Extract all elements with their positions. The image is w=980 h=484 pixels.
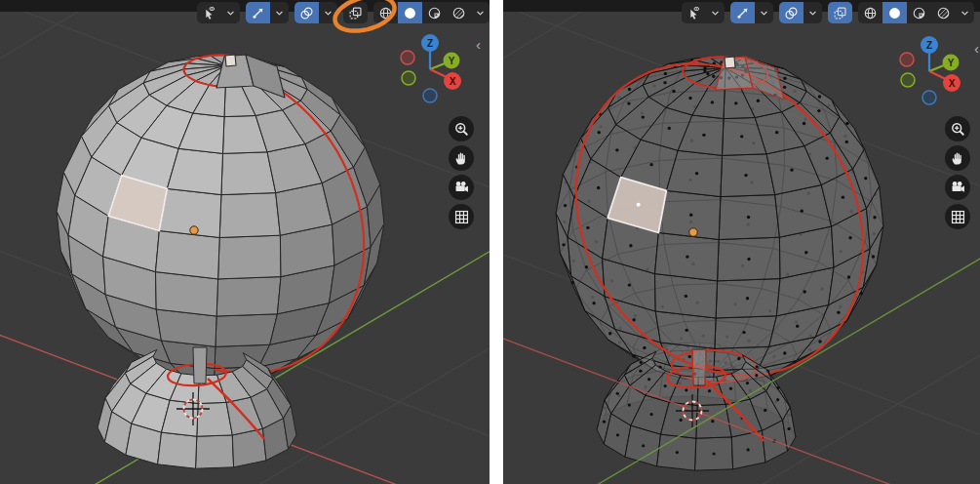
- visibility-cursor-eye-icon: [686, 6, 701, 20]
- gizmo-arrow-icon: [251, 6, 265, 20]
- origin-dot: [689, 228, 697, 236]
- show-gizmos-group: [246, 2, 289, 23]
- xray-squares-icon: [833, 6, 847, 20]
- zoom-button[interactable]: [449, 116, 474, 141]
- shading-material-preview-button[interactable]: [422, 2, 447, 23]
- camera-view-button[interactable]: [945, 175, 970, 200]
- screenshot-stage: Z Y X ‹: [0, 0, 980, 484]
- viewport-nav-buttons: [945, 116, 970, 229]
- chevron-down-icon: [807, 8, 818, 19]
- hand-icon: [453, 150, 470, 167]
- shading-rendered-button[interactable]: [931, 2, 956, 23]
- axis-y-label: Y: [948, 58, 955, 68]
- camera-icon: [950, 180, 966, 196]
- navigation-gizmo[interactable]: Z Y X: [393, 32, 471, 110]
- toggle-xray-button[interactable]: [828, 2, 852, 23]
- viewport-header-right: [682, 2, 974, 23]
- viewport-header-left: [197, 2, 490, 23]
- gizmo-arrow-icon: [735, 6, 750, 20]
- show-gizmos-dropdown[interactable]: [755, 2, 773, 23]
- shading-wireframe-button[interactable]: [373, 2, 398, 23]
- grid-icon: [950, 209, 966, 225]
- object-type-visibility-button[interactable]: [197, 2, 221, 23]
- show-overlays-dropdown[interactable]: [319, 2, 337, 23]
- object-type-visibility-dropdown[interactable]: [706, 2, 725, 23]
- show-gizmos-dropdown[interactable]: [270, 2, 289, 23]
- hand-icon: [950, 150, 966, 167]
- navigation-gizmo[interactable]: Z Y X: [892, 34, 970, 112]
- object-visibility-group: [197, 2, 240, 23]
- rendered-sphere-icon: [451, 6, 466, 20]
- show-gizmos-button[interactable]: [730, 2, 755, 23]
- shading-wireframe-button[interactable]: [858, 2, 882, 23]
- viewport-panel-left[interactable]: Z Y X ‹: [0, 0, 490, 484]
- object-type-visibility-dropdown[interactable]: [221, 2, 240, 23]
- axis-z-label: Z: [427, 38, 433, 49]
- magnifier-plus-icon: [950, 121, 966, 138]
- camera-view-button[interactable]: [449, 175, 474, 200]
- show-gizmos-group: [730, 2, 773, 23]
- show-overlays-group: [294, 2, 337, 23]
- pan-button[interactable]: [449, 145, 474, 171]
- chevron-down-icon: [323, 8, 333, 19]
- material-sphere-icon: [427, 6, 442, 20]
- stand-column: [193, 347, 207, 383]
- show-overlays-dropdown[interactable]: [804, 2, 822, 23]
- magnifier-plus-icon: [453, 121, 470, 138]
- axis-x-label: X: [949, 78, 956, 89]
- wireframe-sphere-icon: [378, 6, 393, 20]
- orthographic-button[interactable]: [945, 204, 970, 229]
- solid-sphere-icon: [403, 6, 417, 20]
- show-overlays-button[interactable]: [779, 2, 804, 23]
- visibility-cursor-eye-icon: [202, 6, 216, 20]
- chevron-down-icon: [710, 8, 721, 19]
- axis-neg-x-ball[interactable]: [900, 53, 914, 66]
- viewport-panel-right[interactable]: Z Y X ‹: [503, 0, 980, 484]
- shading-solid-button[interactable]: [882, 2, 907, 23]
- shading-material-preview-button[interactable]: [907, 2, 931, 23]
- material-sphere-icon: [912, 6, 926, 20]
- chevron-down-icon: [475, 8, 486, 19]
- panel-divider: [490, 0, 503, 484]
- sidebar-collapse-arrow[interactable]: ‹: [476, 39, 481, 51]
- axis-neg-z-ball[interactable]: [423, 89, 437, 102]
- axis-y-label: Y: [449, 56, 455, 66]
- shading-dropdown[interactable]: [471, 2, 490, 23]
- wireframe-sphere-icon: [863, 6, 878, 20]
- zoom-button[interactable]: [945, 116, 970, 141]
- axis-neg-x-ball[interactable]: [401, 51, 414, 64]
- origin-dot: [190, 226, 198, 234]
- rendered-sphere-icon: [936, 6, 951, 20]
- sidebar-collapse-arrow[interactable]: ‹: [974, 43, 979, 55]
- toggle-xray-button[interactable]: [343, 2, 368, 23]
- toggle-xray-group: [343, 2, 368, 23]
- viewport-nav-buttons: [449, 116, 474, 229]
- axis-x-label: X: [450, 76, 456, 87]
- object-visibility-group: [682, 2, 725, 23]
- solid-sphere-icon: [887, 6, 902, 20]
- shading-group: [373, 2, 490, 23]
- axis-neg-y-ball[interactable]: [901, 73, 915, 87]
- axis-neg-y-ball[interactable]: [402, 71, 415, 85]
- axis-neg-z-ball[interactable]: [922, 91, 936, 104]
- show-overlays-button[interactable]: [294, 2, 319, 23]
- object-type-visibility-button[interactable]: [682, 2, 706, 23]
- xray-squares-icon: [348, 6, 363, 20]
- shading-group: [858, 2, 974, 23]
- stand-column: [692, 349, 706, 385]
- grid-icon: [453, 209, 470, 225]
- shading-rendered-button[interactable]: [447, 2, 471, 23]
- shading-solid-button[interactable]: [398, 2, 422, 23]
- overlays-circles-icon: [299, 6, 314, 20]
- shading-dropdown[interactable]: [956, 2, 974, 23]
- orthographic-button[interactable]: [449, 204, 474, 229]
- axis-z-label: Z: [926, 40, 932, 51]
- pan-button[interactable]: [945, 145, 970, 171]
- show-gizmos-button[interactable]: [246, 2, 270, 23]
- overlays-circles-icon: [784, 6, 799, 20]
- chevron-down-icon: [225, 8, 236, 19]
- chevron-down-icon: [759, 8, 769, 19]
- toggle-xray-group: [828, 2, 852, 23]
- show-overlays-group: [779, 2, 822, 23]
- chevron-down-icon: [960, 8, 970, 19]
